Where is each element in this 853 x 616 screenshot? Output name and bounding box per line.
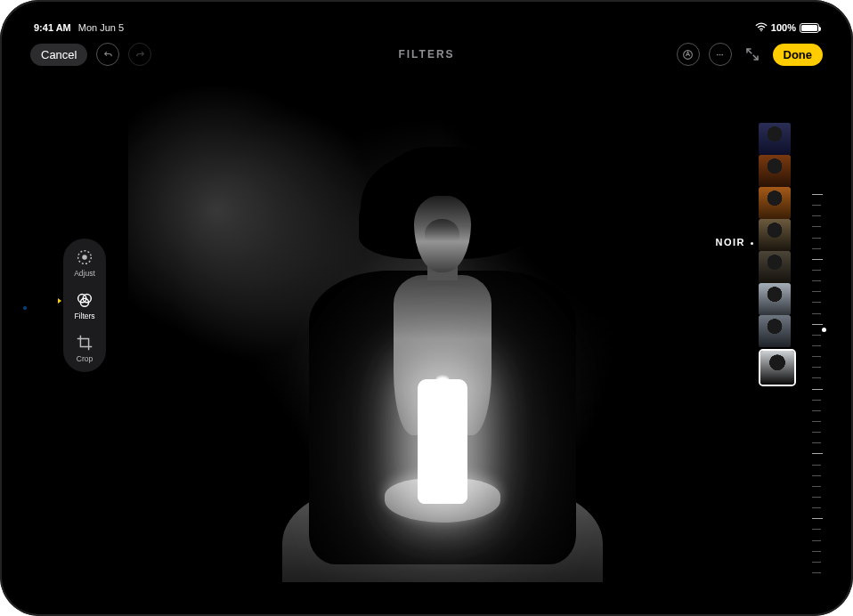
filter-intensity-scale[interactable] [812, 194, 823, 573]
filter-intensity-handle[interactable] [822, 328, 826, 332]
adjust-tool[interactable]: Adjust [63, 247, 106, 278]
mode-title: FILTERS [398, 48, 454, 61]
adjust-label: Adjust [74, 269, 95, 278]
intensity-tick [812, 465, 821, 466]
intensity-tick [812, 238, 821, 239]
intensity-tick [812, 453, 823, 454]
filter-strip[interactable] [759, 123, 796, 564]
filter-thumb-vivid-cool[interactable] [759, 187, 791, 219]
filter-thumb-noir[interactable] [759, 349, 796, 386]
done-button[interactable]: Done [773, 44, 824, 66]
undo-button[interactable] [96, 43, 119, 66]
filter-thumb-silvertone[interactable] [759, 315, 791, 347]
intensity-tick [812, 540, 821, 541]
cancel-button[interactable]: Cancel [30, 44, 87, 66]
intensity-tick [812, 442, 821, 443]
markup-button[interactable] [677, 43, 700, 66]
edited-photo [128, 87, 756, 582]
intensity-tick [812, 572, 821, 573]
filters-tool[interactable]: Filters [63, 290, 106, 320]
more-button[interactable] [709, 43, 732, 66]
intensity-tick [812, 486, 821, 487]
intensity-tick [812, 562, 821, 563]
wifi-icon [755, 22, 768, 34]
intensity-tick [812, 270, 821, 271]
intensity-tick [812, 302, 821, 303]
filter-thumb-mono[interactable] [759, 283, 791, 315]
edit-toolbar: Cancel FILTERS Done [21, 39, 832, 69]
intensity-tick [812, 410, 821, 411]
fullscreen-button[interactable] [741, 43, 764, 66]
svg-point-6 [83, 255, 86, 259]
intensity-tick [812, 507, 821, 508]
battery-icon [800, 23, 819, 33]
intensity-tick [812, 529, 821, 530]
crop-tool[interactable]: Crop [63, 333, 106, 363]
photo-canvas[interactable] [128, 87, 756, 582]
intensity-tick [812, 324, 823, 325]
svg-point-2 [717, 53, 719, 55]
status-bar: 9:41 AM Mon Jun 5 100% [21, 16, 832, 36]
crop-label: Crop [77, 354, 93, 363]
filter-thumb-dramatic-warm[interactable] [759, 251, 791, 283]
intensity-tick [812, 248, 821, 249]
intensity-tick [812, 421, 821, 422]
svg-point-0 [760, 29, 762, 31]
intensity-tick [812, 551, 821, 552]
intensity-tick [812, 226, 821, 227]
selected-filter-label: NOIR [716, 237, 754, 247]
intensity-tick [812, 400, 821, 401]
intensity-tick [812, 345, 821, 346]
intensity-tick [812, 497, 821, 498]
intensity-tick [812, 389, 823, 390]
intensity-tick [812, 367, 821, 368]
battery-percent: 100% [771, 22, 796, 33]
intensity-tick [812, 194, 823, 195]
intensity-tick [812, 518, 823, 519]
status-time: 9:41 AM [34, 22, 71, 33]
tool-rail: Adjust Filters Crop [63, 239, 106, 372]
intensity-tick [812, 335, 821, 336]
side-indicator-dot [23, 306, 27, 310]
intensity-tick [812, 475, 821, 476]
filter-thumb-vivid-warm[interactable] [759, 155, 791, 187]
intensity-tick [812, 432, 821, 433]
intensity-tick [812, 291, 821, 292]
filter-thumb-dramatic[interactable] [759, 219, 791, 251]
svg-point-4 [721, 53, 723, 55]
intensity-tick [812, 215, 821, 216]
intensity-tick [812, 313, 821, 314]
filter-thumb-vivid[interactable] [759, 123, 791, 155]
intensity-tick [812, 356, 821, 357]
intensity-tick [812, 259, 823, 260]
status-date: Mon Jun 5 [78, 22, 124, 33]
svg-point-3 [719, 53, 721, 55]
redo-button[interactable] [128, 43, 151, 66]
intensity-tick [812, 205, 821, 206]
intensity-tick [812, 377, 821, 378]
filters-label: Filters [74, 312, 94, 320]
intensity-tick [812, 280, 821, 281]
